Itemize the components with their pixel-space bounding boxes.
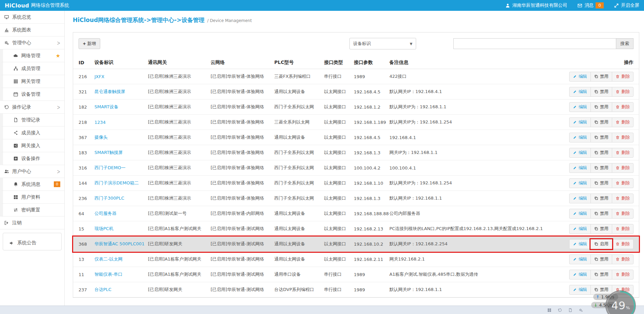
sidebar-item-management-center[interactable]: 管理中心> [0, 37, 64, 49]
disable-button[interactable]: 禁用 [591, 148, 612, 158]
edit-button[interactable]: 编辑 [569, 224, 591, 234]
delete-button[interactable]: 删除 [612, 148, 634, 158]
statusbar-history-icon[interactable] [558, 308, 562, 312]
delete-button[interactable]: 删除 [612, 239, 634, 249]
sidebar-item-network-management[interactable]: 网络管理★ [0, 49, 64, 62]
sidebar-item-gateway-management[interactable]: 网关管理 [0, 75, 64, 88]
sidebar-item-logout[interactable]: 注销 [0, 217, 64, 229]
edit-button[interactable]: 编辑 [569, 117, 591, 127]
device-link[interactable]: 西门子DEMO一 [94, 165, 126, 170]
device-link[interactable]: SMART触摸屏 [94, 150, 123, 155]
disable-button[interactable]: 禁用 [591, 102, 612, 112]
enable-button[interactable]: 启用 [591, 239, 612, 249]
disable-button[interactable]: 禁用 [591, 117, 612, 127]
edit-button[interactable]: 编辑 [569, 178, 591, 188]
disable-button[interactable]: 禁用 [591, 133, 612, 142]
device-link[interactable]: SMART设备 [94, 104, 118, 109]
device-link[interactable]: 摄像头 [94, 135, 108, 140]
disable-button[interactable]: 禁用 [591, 178, 612, 188]
statusbar-gear-icon[interactable] [579, 308, 583, 312]
disable-button[interactable]: 禁用 [591, 224, 612, 234]
delete-button[interactable]: 删除 [612, 178, 634, 188]
sidebar-item-member-access[interactable]: 成员接入 [0, 127, 64, 139]
edit-button[interactable]: 编辑 [569, 239, 591, 249]
sidebar-item-password-reset[interactable]: 密码重置 [0, 204, 64, 217]
sitemap-icon [13, 66, 18, 71]
sidebar-item-device-operation[interactable]: 设备操作 [0, 152, 64, 165]
fullscreen-toggle[interactable]: 开启全屏 [614, 2, 639, 8]
statusbar-grid-icon[interactable] [547, 308, 552, 312]
disable-button[interactable]: 禁用 [591, 163, 612, 173]
disable-button[interactable]: 禁用 [591, 72, 612, 82]
delete-button[interactable]: 删除 [612, 163, 634, 173]
delete-button[interactable]: 删除 [612, 224, 634, 234]
device-link[interactable]: 现场PC机 [94, 226, 113, 231]
table-row-device-237: 237台达PLC[已启用]研发网关[已启用]华辰智通-测试网络台达DVP系列编程… [73, 282, 639, 297]
disable-button[interactable]: 禁用 [591, 254, 612, 264]
disable-button[interactable]: 禁用 [591, 209, 612, 219]
star-icon: ★ [56, 53, 60, 59]
disable-button[interactable]: 禁用 [591, 87, 612, 97]
pencil-icon [573, 151, 577, 155]
delete-button[interactable]: 删除 [612, 270, 634, 279]
edit-button[interactable]: 编辑 [569, 254, 591, 264]
edit-button[interactable]: 编辑 [569, 148, 591, 158]
delete-button[interactable]: 删除 [612, 117, 634, 127]
disable-button[interactable]: 禁用 [591, 270, 612, 279]
search-input[interactable] [453, 38, 616, 49]
sidebar-item-system-announcement[interactable]: 系统公告 [5, 238, 59, 248]
device-link[interactable]: 华辰智通AC 500PLC001 [94, 241, 145, 246]
device-link[interactable]: 西门子300PLC [94, 196, 124, 201]
delete-button[interactable]: 删除 [612, 194, 634, 203]
delete-button[interactable]: 删除 [612, 87, 634, 97]
edit-button[interactable]: 编辑 [569, 194, 591, 203]
sidebar-item-system-charts[interactable]: 系统图表 [0, 24, 64, 37]
sidebar-item-gateway-access[interactable]: 网关接入 [0, 139, 64, 152]
device-link[interactable]: 昆仑通泰触摸屏 [94, 89, 125, 94]
edit-button[interactable]: 编辑 [569, 209, 591, 219]
sidebar-item-user-profile[interactable]: 用户资料 [0, 191, 64, 204]
table-row-device-182: 182SMART设备[已启用]株洲三菱演示[已启用]华辰智通-体验网络西门子全系… [73, 99, 639, 115]
pencil-icon [573, 135, 577, 139]
sidebar-item-management-records[interactable]: 管理记录 [0, 114, 64, 127]
company-menu[interactable]: 湖南华辰智通科技有限公司 [505, 2, 567, 8]
edit-button[interactable]: 编辑 [569, 270, 591, 279]
delete-button[interactable]: 删除 [612, 102, 634, 112]
cell-device-name: 西门子DEMO一 [94, 165, 148, 171]
edit-button[interactable]: 编辑 [569, 133, 591, 142]
device-link[interactable]: 仪表二-以太网 [94, 256, 123, 262]
edit-button[interactable]: 编辑 [569, 163, 591, 173]
history-icon [4, 105, 9, 110]
sidebar-item-system-messages[interactable]: 系统消息0 [0, 178, 64, 191]
delete-button[interactable]: 删除 [612, 254, 634, 264]
delete-button[interactable]: 删除 [612, 72, 634, 82]
sidebar-item-system-overview[interactable]: 系统总览 [0, 11, 64, 24]
filter-field-select[interactable]: 设备标识 ▼ [349, 38, 416, 49]
network-usage-widget[interactable]: 49 % [605, 290, 636, 314]
edit-button[interactable]: 编辑 [569, 72, 591, 82]
device-link[interactable]: 台达PLC [94, 287, 111, 292]
statusbar-file-icon[interactable] [568, 308, 573, 312]
search-button[interactable]: 搜索 [616, 38, 634, 49]
device-link[interactable]: JXFX [94, 74, 104, 79]
cell-cloud-network: [已启用]华辰智通-体验网络 [211, 89, 274, 95]
cell-actions: 编辑禁用删除 [549, 209, 634, 219]
device-link[interactable]: 1234 [94, 120, 106, 125]
add-device-button[interactable]: + 新增 [79, 38, 100, 49]
edit-button[interactable]: 编辑 [569, 102, 591, 112]
device-link[interactable]: 公司服务器 [94, 211, 116, 216]
sidebar-item-user-center[interactable]: 用户中心> [0, 165, 64, 178]
trash-icon [616, 151, 620, 155]
sidebar: 系统总览系统图表管理中心>网络管理★成员管理网关管理设备管理操作记录>管理记录成… [0, 11, 65, 306]
delete-button[interactable]: 删除 [612, 133, 634, 142]
device-link[interactable]: 西门子演示DEMO箱二 [94, 180, 139, 185]
messages-menu[interactable]: 消息 0 [577, 2, 604, 8]
device-link[interactable]: 智能仪表-串口 [94, 272, 123, 277]
edit-button[interactable]: 编辑 [569, 87, 591, 97]
delete-button[interactable]: 删除 [612, 209, 634, 219]
sidebar-item-device-management[interactable]: 设备管理 [0, 88, 64, 101]
sidebar-item-operation-records[interactable]: 操作记录> [0, 101, 64, 114]
sidebar-item-member-management[interactable]: 成员管理 [0, 62, 64, 75]
edit-button[interactable]: 编辑 [569, 285, 591, 295]
disable-button[interactable]: 禁用 [591, 194, 612, 203]
